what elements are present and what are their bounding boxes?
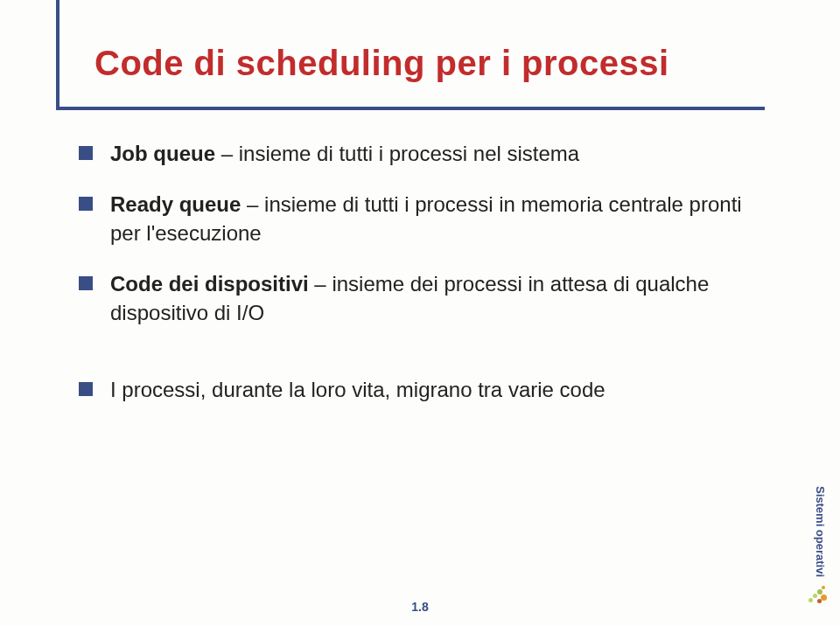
slide: Code di scheduling per i processi Job qu… — [0, 0, 840, 626]
bullet-icon — [79, 197, 93, 211]
item-text: I processi, durante la loro vita, migran… — [110, 376, 606, 404]
bullet-icon — [79, 382, 93, 396]
list-item: Job queue – insieme di tutti i processi … — [79, 140, 761, 168]
decorative-dots-icon — [808, 582, 828, 603]
item-text: Code dei dispositivi – insieme dei proce… — [110, 270, 761, 327]
list-item: I processi, durante la loro vita, migran… — [79, 376, 761, 404]
page-number: 1.8 — [411, 600, 428, 614]
bullet-icon — [79, 146, 93, 160]
list-item: Code dei dispositivi – insieme dei proce… — [79, 270, 761, 327]
item-text: Ready queue – insieme di tutti i process… — [110, 191, 761, 247]
item-text: Job queue – insieme di tutti i processi … — [110, 140, 579, 168]
side-label: Sistemi operativi — [814, 486, 827, 577]
content-area: Job queue – insieme di tutti i processi … — [79, 140, 761, 427]
bullet-icon — [79, 276, 93, 290]
list-item: Ready queue – insieme di tutti i process… — [79, 191, 761, 247]
slide-title: Code di scheduling per i processi — [94, 44, 669, 83]
